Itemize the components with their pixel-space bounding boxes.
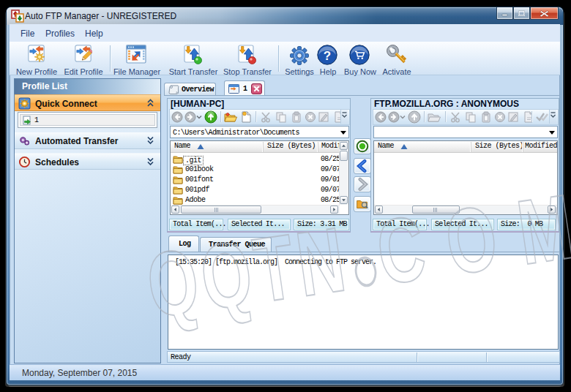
svg-text:?: ? <box>324 49 331 63</box>
